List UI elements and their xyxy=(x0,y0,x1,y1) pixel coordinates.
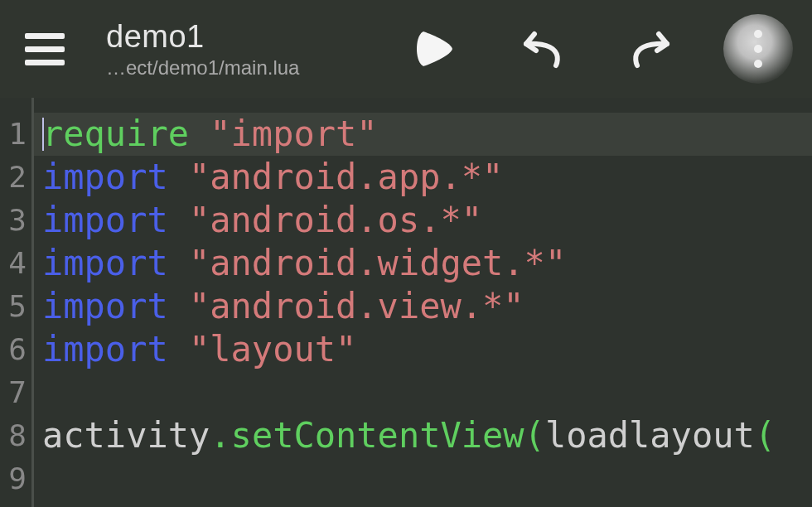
play-button[interactable] xyxy=(398,12,472,86)
svg-point-0 xyxy=(754,30,762,38)
file-title: demo1 xyxy=(106,19,299,55)
code-token: import xyxy=(42,242,189,285)
line-number: 2 xyxy=(0,156,27,199)
code-line[interactable]: activity.setContentView(loadlayout( xyxy=(42,414,812,457)
code-token: ( xyxy=(755,414,776,457)
svg-point-2 xyxy=(754,60,762,68)
file-subtitle: …ect/demo1/main.lua xyxy=(106,56,299,80)
code-line[interactable]: import "android.view.*" xyxy=(42,285,812,328)
line-number: 5 xyxy=(0,285,27,328)
line-number: 4 xyxy=(0,242,27,285)
line-number: 9 xyxy=(0,457,27,500)
code-token: "import" xyxy=(210,113,377,156)
undo-button[interactable] xyxy=(505,12,580,86)
code-line[interactable] xyxy=(42,457,812,500)
redo-icon xyxy=(627,26,674,72)
line-gutter: 123456789 xyxy=(0,98,31,507)
more-button[interactable] xyxy=(721,12,795,86)
code-editor[interactable]: 123456789 require "import"import "androi… xyxy=(0,98,812,507)
code-token: "android.app.*" xyxy=(189,156,503,199)
undo-icon xyxy=(520,26,566,72)
code-line[interactable] xyxy=(42,371,812,414)
code-line[interactable]: import "android.widget.*" xyxy=(42,242,812,285)
svg-point-1 xyxy=(754,45,762,53)
code-token: . xyxy=(210,414,230,457)
code-token: import xyxy=(42,156,189,199)
text-caret xyxy=(42,118,44,151)
code-token: "android.widget.*" xyxy=(189,242,566,285)
code-token: "layout" xyxy=(189,328,356,371)
code-token: ( xyxy=(524,414,545,457)
line-number: 7 xyxy=(0,371,27,414)
code-line[interactable]: require "import" xyxy=(34,113,812,156)
play-icon xyxy=(412,26,458,72)
code-token: loadlayout xyxy=(545,414,755,457)
redo-button[interactable] xyxy=(613,12,688,86)
code-token: "android.view.*" xyxy=(189,285,524,328)
file-title-block[interactable]: demo1 …ect/demo1/main.lua xyxy=(106,19,299,80)
code-line[interactable]: import "layout" xyxy=(42,328,812,371)
line-number: 3 xyxy=(0,199,27,242)
code-area[interactable]: require "import"import "android.app.*"im… xyxy=(34,98,812,507)
line-number: 6 xyxy=(0,328,27,371)
code-token: "android.os.*" xyxy=(189,199,482,242)
line-number: 8 xyxy=(0,414,27,457)
code-token: activity xyxy=(42,414,210,457)
app-toolbar: demo1 …ect/demo1/main.lua xyxy=(0,0,812,98)
code-token: import xyxy=(42,285,189,328)
code-token: import xyxy=(42,328,189,371)
line-number: 1 xyxy=(0,113,27,156)
code-token: require xyxy=(42,113,210,156)
code-token: setContentView xyxy=(231,414,524,457)
code-token: import xyxy=(42,199,189,242)
code-line[interactable]: import "android.app.*" xyxy=(42,156,812,199)
code-line[interactable]: import "android.os.*" xyxy=(42,199,812,242)
more-icon xyxy=(750,26,766,72)
menu-icon[interactable] xyxy=(25,33,75,65)
